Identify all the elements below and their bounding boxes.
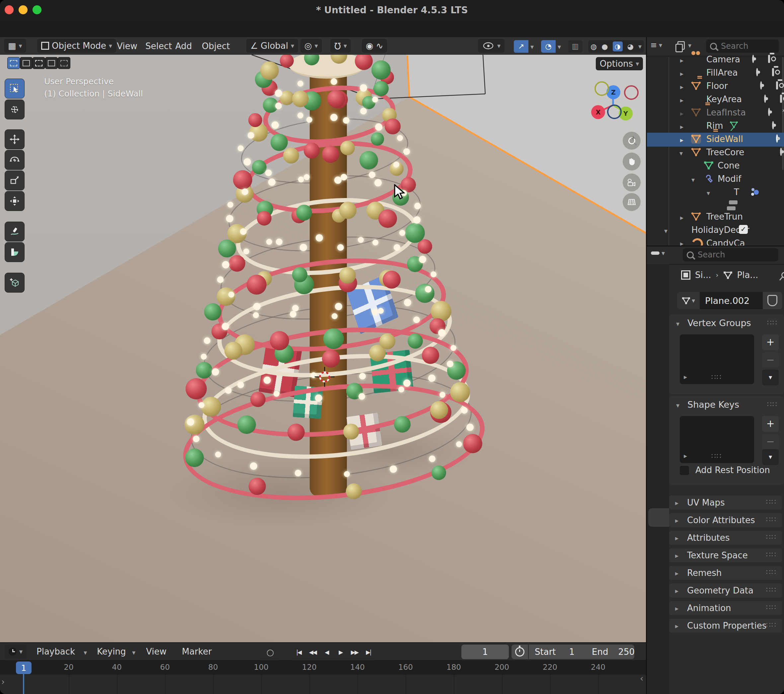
panel-color-attributes[interactable]: ▸Color Attributes∷∷ — [669, 513, 782, 527]
properties-search-input[interactable] — [697, 250, 761, 260]
measure-tool[interactable] — [5, 242, 25, 262]
outliner-item[interactable]: Floor — [707, 81, 728, 91]
wireframe-shading-icon[interactable]: ◍ — [590, 43, 597, 51]
breadcrumb-data[interactable]: Pla... — [737, 270, 758, 280]
outliner-item[interactable]: Rim — [707, 121, 723, 131]
outliner-item[interactable]: TreeTrun — [707, 212, 743, 222]
snap-selector[interactable]: Ω▾ — [330, 39, 351, 53]
previous-keyframe-button[interactable]: ◀◀ — [306, 645, 319, 659]
expand-icon[interactable]: ▸ — [680, 123, 684, 131]
gizmo-x-axis[interactable]: X — [591, 105, 605, 119]
outliner-display-mode-button[interactable]: ▾ — [677, 41, 692, 51]
pivot-point-selector[interactable]: ◎▾ — [300, 39, 322, 53]
hide-eye-toggle[interactable] — [756, 68, 758, 76]
outliner-editor-type-button[interactable]: ≡▾ — [650, 41, 662, 50]
add-rest-position-checkbox[interactable] — [680, 466, 689, 475]
collapse-icon[interactable]: ▾ — [707, 189, 710, 197]
collapse-icon[interactable]: ▾ — [664, 227, 667, 235]
select-mode-new-button[interactable] — [7, 57, 20, 69]
expand-icon[interactable]: ▸ — [680, 214, 684, 222]
outliner-item[interactable]: Modif — [718, 174, 741, 184]
transform-tool[interactable] — [5, 191, 25, 211]
rotate-tool[interactable] — [5, 150, 25, 170]
current-frame-field[interactable]: 1 — [461, 645, 509, 659]
viewport-menu-add[interactable]: Add — [175, 41, 192, 51]
outliner-search-input[interactable] — [720, 41, 768, 51]
playhead-frame-badge[interactable]: 1 — [16, 661, 31, 674]
playhead-line[interactable] — [23, 674, 24, 694]
render-visibility-toggle[interactable] — [772, 68, 774, 76]
add-vertex-group-button[interactable]: + — [762, 334, 779, 350]
select-mode-extend-button[interactable] — [20, 57, 33, 69]
hide-eye-toggle[interactable] — [752, 55, 754, 63]
hide-eye-toggle[interactable] — [760, 81, 762, 90]
jump-to-end-button[interactable]: ▶| — [362, 645, 375, 659]
hide-eye-toggle[interactable] — [776, 134, 778, 143]
render-visibility-toggle[interactable] — [780, 95, 782, 103]
xray-toggle[interactable]: ▥ — [568, 40, 582, 53]
hide-eye-toggle[interactable] — [768, 108, 770, 116]
datablock-name-field[interactable]: Plane.002 — [700, 292, 763, 309]
outliner-item[interactable]: LeafInsta — [707, 107, 746, 117]
outliner-item[interactable]: CandyCa — [707, 238, 745, 246]
add-cube-tool[interactable] — [5, 273, 25, 293]
collection-checkbox[interactable]: ✓ — [739, 225, 748, 234]
use-preview-range-button[interactable] — [512, 645, 528, 659]
jump-to-start-button[interactable]: |◀ — [292, 645, 305, 659]
viewport-menu-object[interactable]: Object — [202, 41, 230, 51]
expand-icon[interactable]: ▸ — [680, 96, 684, 104]
proportional-editing-selector[interactable]: ◉ ∿ — [362, 39, 387, 53]
timeline-editor-type-button[interactable]: ▾ — [5, 645, 26, 658]
editor-type-button[interactable]: ▦▾ — [4, 39, 26, 53]
select-mode-intersect-button[interactable] — [58, 57, 70, 69]
expand-icon[interactable]: ▸ — [680, 240, 684, 246]
timeline-menu-playback[interactable]: Playback — [36, 646, 75, 656]
outliner-item[interactable]: Cone — [718, 161, 740, 171]
move-tool[interactable] — [5, 129, 25, 149]
viewport-menu-select[interactable]: Select — [145, 41, 172, 51]
remove-shape-key-button[interactable]: − — [762, 434, 779, 450]
gizmo-dropdown[interactable]: ▾ — [530, 43, 534, 51]
collapse-icon[interactable]: ▾ — [676, 320, 679, 328]
show-gizmo-toggle[interactable]: ↗ — [514, 40, 529, 53]
expand-icon[interactable]: ▸ — [680, 136, 684, 144]
mode-selector[interactable]: Object Mode ▾ — [37, 39, 116, 53]
select-box-tool[interactable] — [5, 79, 25, 99]
timeline-menu-view[interactable]: View — [146, 646, 166, 656]
play-button[interactable]: ▶ — [334, 645, 347, 659]
rendered-shading-icon[interactable]: ◕ — [628, 43, 634, 51]
expand-icon[interactable]: ▸ — [680, 110, 684, 117]
render-visibility-toggle[interactable] — [768, 55, 770, 63]
remove-vertex-group-button[interactable]: − — [762, 352, 779, 368]
outliner-item-active[interactable]: SideWall — [707, 134, 743, 144]
start-frame-field[interactable]: 1 — [569, 647, 575, 657]
shading-dropdown[interactable]: ▾ — [638, 43, 642, 51]
properties-editor-type-button[interactable]: ▾ — [651, 249, 665, 257]
orthographic-toggle-button[interactable] — [623, 193, 641, 211]
outliner-item[interactable]: Camera — [707, 54, 740, 64]
panel-custom-properties[interactable]: ▸Custom Properties∷∷ — [669, 619, 782, 633]
gizmo-minus-y-axis[interactable] — [595, 81, 609, 96]
panel-grip[interactable]: ∷∷ — [767, 319, 778, 327]
timeline-channels[interactable] — [0, 675, 646, 694]
next-keyframe-button[interactable]: ▶▶ — [348, 645, 361, 659]
outliner-item[interactable]: FillArea — [707, 68, 738, 77]
timeline-expand-chevron[interactable]: › — [1, 677, 5, 687]
end-frame-field[interactable]: 250 — [618, 647, 635, 657]
exp and-icon[interactable]: ▸ — [680, 83, 684, 91]
pan-hand-button[interactable] — [623, 153, 641, 171]
panel-uv-maps[interactable]: ▸UV Maps∷∷ — [669, 496, 782, 510]
timeline-collapse-chevron[interactable]: ‹ — [640, 673, 643, 683]
zoom-button[interactable]: + — [623, 132, 641, 150]
panel-animation[interactable]: ▸Animation∷∷ — [669, 601, 782, 615]
pin-id-icon[interactable] — [780, 271, 784, 279]
panel-attributes[interactable]: ▸Attributes∷∷ — [669, 531, 782, 545]
annotate-tool[interactable] — [5, 222, 25, 242]
vertex-group-specials-button[interactable]: ▾ — [762, 370, 779, 385]
select-mode-invert-button[interactable] — [45, 57, 58, 69]
auto-keying-record-button[interactable]: ○ — [262, 645, 279, 659]
hide-eye-toggle[interactable] — [772, 121, 774, 129]
timeline-menu-marker[interactable]: Marker — [182, 646, 212, 656]
gizmo-minus-x-axis[interactable] — [624, 85, 639, 100]
select-mode-subtract-button[interactable] — [33, 57, 45, 69]
